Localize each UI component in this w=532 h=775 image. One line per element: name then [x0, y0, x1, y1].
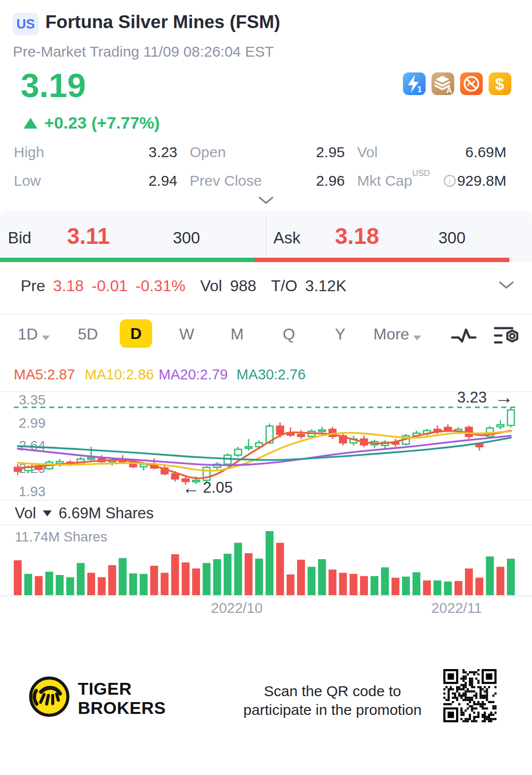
chart-settings-icon[interactable] — [493, 324, 521, 347]
volume-chart[interactable] — [0, 525, 532, 599]
ma30-legend: MA30:2.76 — [236, 367, 305, 383]
promo-text: Scan the QR code to participate in the p… — [212, 682, 453, 719]
bid-ratio-bar — [0, 258, 255, 262]
bid-label: Bid — [8, 229, 67, 247]
volume-header[interactable]: Vol 6.69M Shares — [15, 505, 154, 522]
info-icon[interactable]: i — [443, 174, 456, 187]
divider — [0, 500, 532, 501]
dollar-icon[interactable]: $ — [489, 72, 511, 95]
tab-year[interactable]: Y — [335, 325, 345, 343]
svg-text:3.23: 3.23 — [457, 389, 487, 406]
svg-text:2.99: 2.99 — [19, 415, 46, 431]
order-book-panel[interactable]: Bid 3.11 300 Ask 3.18 300 — [0, 211, 532, 262]
layers-badge-text: A — [446, 86, 452, 95]
tab-week[interactable]: W — [179, 325, 194, 343]
candlestick-chart[interactable]: 3.352.992.642.291.933.23→←2.05 — [0, 392, 532, 500]
vol-value: 6.69M Shares — [59, 505, 154, 522]
last-price: 3.19 — [21, 66, 86, 104]
svg-text:3.35: 3.35 — [19, 392, 46, 407]
tab-more[interactable]: More — [373, 325, 421, 343]
market-badge: US — [13, 13, 38, 35]
session-status: Pre-Market Trading 11/09 08:26:04 EST — [13, 43, 274, 60]
tiger-brokers-logo — [28, 675, 71, 718]
premarket-summary-row[interactable]: Pre 3.18 -0.01 -0.31% Vol 988 T/O 3.12K — [21, 277, 346, 295]
brand-name: TIGER BROKERS — [78, 679, 166, 717]
svg-text:i: i — [448, 177, 450, 185]
tab-month[interactable]: M — [231, 325, 244, 343]
ask-size: 300 — [438, 229, 466, 247]
tab-quarter[interactable]: Q — [283, 325, 295, 343]
stat-high: High 3.23 — [14, 144, 177, 162]
svg-text:←: ← — [182, 477, 200, 498]
caret-down-icon — [42, 336, 50, 340]
svg-text:1.93: 1.93 — [19, 484, 46, 499]
pre-change: -0.01 — [92, 277, 128, 295]
bid-row[interactable]: Bid 3.11 300 — [8, 225, 200, 251]
premarket-chevron-icon[interactable] — [499, 281, 514, 290]
stat-vol: Vol 6.69M — [357, 144, 506, 162]
pre-turnover-label: T/O — [271, 277, 297, 295]
caret-down-icon — [413, 336, 421, 340]
flash-boost-icon[interactable]: 1 — [403, 72, 426, 95]
vol-label: Vol — [15, 505, 36, 522]
ma20-legend: MA20:2.79 — [159, 367, 228, 383]
currency-superscript: USD — [412, 168, 430, 178]
pre-label: Pre — [21, 277, 45, 295]
stock-detail-screen: US Fortuna Silver Mines (FSM) Pre-Market… — [0, 0, 532, 775]
stat-open: Open 2.95 — [190, 144, 345, 162]
tab-daily[interactable]: D — [120, 319, 152, 348]
order-book-divider — [266, 217, 266, 256]
bid-size: 300 — [173, 229, 200, 247]
stat-prev-close: Prev Close 2.96 — [190, 172, 345, 190]
ask-ratio-bar — [255, 258, 509, 262]
tab-5d[interactable]: 5D — [78, 325, 98, 343]
ask-price: 3.18 — [335, 223, 438, 249]
up-arrow-icon — [24, 118, 37, 129]
svg-text:→: → — [495, 387, 513, 407]
stat-mkt-cap: Mkt CapUSD i929.8M — [357, 172, 506, 190]
pre-turnover: 3.12K — [305, 277, 347, 295]
page-title: Fortuna Silver Mines (FSM) — [45, 12, 280, 33]
qr-code — [443, 669, 497, 722]
price-change: +0.23 (+7.77%) — [44, 113, 160, 133]
pre-price: 3.18 — [53, 277, 84, 295]
bid-price: 3.11 — [67, 223, 173, 249]
flash-badge-text: 1 — [417, 85, 422, 94]
svg-text:$: $ — [495, 75, 504, 93]
x-axis-label: 2022/11 — [432, 600, 482, 616]
tab-1d[interactable]: 1D — [18, 325, 50, 343]
ma10-legend: MA10:2.86 — [85, 367, 154, 383]
divider — [0, 313, 532, 314]
line-chart-toggle-icon[interactable] — [449, 324, 478, 347]
no-short-icon[interactable] — [460, 72, 483, 95]
expand-stats-chevron-icon[interactable] — [258, 196, 274, 205]
price-change-row: +0.23 (+7.77%) — [24, 113, 160, 133]
pre-vol: 988 — [230, 277, 256, 295]
pre-change-pct: -0.31% — [135, 277, 185, 295]
ask-row[interactable]: Ask 3.18 300 — [273, 225, 466, 251]
stat-low: Low 2.94 — [14, 172, 177, 190]
x-axis-label: 2022/10 — [211, 600, 263, 616]
feature-icons-row: 1 A $ — [403, 72, 511, 95]
triangle-down-icon — [43, 510, 52, 516]
svg-text:2.05: 2.05 — [203, 479, 233, 496]
ask-label: Ask — [273, 229, 335, 247]
level-a-depth-icon[interactable]: A — [432, 72, 454, 95]
pre-vol-label: Vol — [200, 277, 222, 295]
ma5-legend: MA5:2.87 — [14, 367, 75, 383]
